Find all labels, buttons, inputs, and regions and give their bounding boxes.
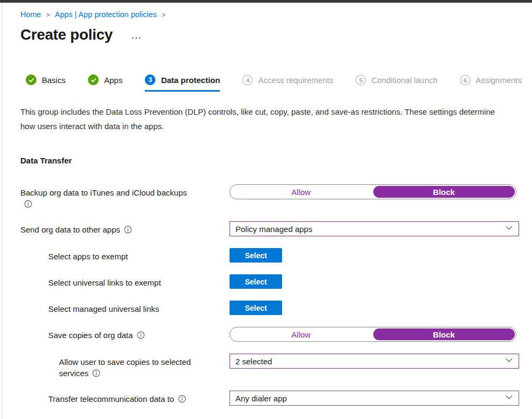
setting-label: Select universal links to exempt: [48, 278, 161, 287]
setting-label: Transfer telecommunication data to: [48, 394, 174, 403]
setting-label-cell: Select managed universal links: [20, 301, 230, 315]
save-copies-services-dropdown[interactable]: 2 selected: [230, 354, 519, 369]
info-icon[interactable]: [92, 369, 100, 377]
section-title-data-transfer: Data Transfer: [20, 156, 532, 165]
setting-row-select-apps-exempt: Select apps to exempt Select: [20, 248, 532, 263]
select-universal-links-exempt-button[interactable]: Select: [230, 274, 282, 289]
setting-row-select-universal-links-exempt: Select universal links to exempt Select: [20, 274, 532, 289]
info-icon[interactable]: [124, 226, 132, 234]
page-title: Create policy: [20, 26, 113, 43]
info-icon[interactable]: [178, 395, 186, 403]
create-policy-page: Home > Apps | App protection policies > …: [2, 3, 532, 419]
step-number-badge: 3: [145, 74, 156, 85]
info-icon[interactable]: [137, 331, 145, 339]
setting-label-cell: Select universal links to exempt: [20, 274, 230, 288]
setting-control-cell: Any dialer app: [230, 391, 519, 406]
step-description: This group includes the Data Loss Preven…: [20, 104, 508, 133]
toggle-allow-button[interactable]: Allow: [230, 327, 372, 341]
setting-control-cell: Select: [230, 248, 519, 263]
tab-apps[interactable]: Apps: [88, 74, 122, 92]
setting-row-send-org-data: Send org data to other apps Policy manag…: [20, 221, 532, 236]
dropdown-value: Policy managed apps: [235, 225, 312, 234]
setting-label-cell: Select apps to exempt: [20, 248, 230, 262]
setting-label-cell: Send org data to other apps: [20, 221, 230, 235]
check-icon: [88, 74, 99, 85]
chevron-down-icon: [505, 356, 513, 366]
tab-label: Access requirements: [258, 76, 333, 85]
dropdown-value: Any dialer app: [235, 394, 287, 403]
setting-control-cell: Select: [230, 274, 519, 289]
tab-access-requirements[interactable]: 4 Access requirements: [242, 75, 333, 92]
toggle-allow-button[interactable]: Allow: [230, 185, 372, 199]
send-org-data-dropdown[interactable]: Policy managed apps: [230, 221, 519, 236]
chevron-down-icon: [505, 393, 513, 403]
settings-list: Backup org data to iTunes and iCloud bac…: [20, 184, 532, 406]
setting-row-save-copies: Save copies of org data Allow Block: [20, 327, 532, 342]
save-copies-toggle: Allow Block: [230, 327, 516, 342]
more-menu-button[interactable]: …: [131, 32, 142, 38]
toggle-block-button[interactable]: Block: [373, 328, 515, 340]
backup-itunes-toggle: Allow Block: [230, 184, 516, 199]
check-icon: [26, 74, 36, 85]
tab-label: Data protection: [161, 76, 220, 85]
setting-control-cell: Select: [230, 301, 519, 315]
setting-row-save-copies-services: Allow user to save copies to selected se…: [20, 354, 532, 379]
tab-label: Apps: [104, 76, 122, 85]
setting-control-cell: Policy managed apps: [230, 221, 519, 236]
setting-label: Select managed universal links: [48, 304, 159, 313]
tab-basics[interactable]: Basics: [26, 74, 65, 92]
info-icon[interactable]: [24, 200, 32, 208]
breadcrumb: Home > Apps | App protection policies >: [20, 10, 532, 19]
tab-label: Basics: [42, 76, 65, 85]
setting-label: Backup org data to iTunes and iCloud bac…: [20, 188, 187, 197]
breadcrumb-link-home[interactable]: Home: [20, 10, 41, 19]
setting-label: Allow user to save copies to selected se…: [59, 357, 191, 378]
tab-data-protection[interactable]: 3 Data protection: [145, 74, 220, 92]
transfer-telecom-dropdown[interactable]: Any dialer app: [230, 391, 519, 406]
setting-label-cell: Allow user to save copies to selected se…: [20, 354, 230, 379]
breadcrumb-separator-icon: >: [46, 11, 50, 19]
setting-label: Save copies of org data: [48, 331, 133, 340]
setting-label: Send org data to other apps: [20, 225, 120, 234]
step-number-badge: 6: [460, 75, 470, 85]
wizard-steps: Basics Apps 3 Data protection 4 Access r…: [20, 74, 532, 92]
breadcrumb-link-app-protection-policies[interactable]: Apps | App protection policies: [55, 10, 157, 19]
setting-control-cell: Allow Block: [230, 327, 519, 342]
setting-label-cell: Save copies of org data: [20, 327, 230, 341]
setting-row-backup-itunes-icloud: Backup org data to iTunes and iCloud bac…: [20, 184, 532, 209]
select-managed-universal-links-button[interactable]: Select: [230, 301, 282, 315]
title-row: Create policy …: [20, 26, 532, 43]
select-apps-exempt-button[interactable]: Select: [230, 248, 282, 263]
chevron-down-icon: [505, 224, 513, 234]
step-number-badge: 5: [356, 75, 366, 85]
setting-label-cell: Backup org data to iTunes and iCloud bac…: [20, 184, 197, 209]
setting-label-cell: Transfer telecommunication data to: [20, 391, 230, 405]
setting-control-cell: 2 selected: [230, 354, 519, 369]
setting-control-cell: Allow Block: [230, 184, 519, 199]
breadcrumb-separator-icon: >: [161, 11, 166, 19]
dropdown-value: 2 selected: [235, 357, 272, 366]
setting-row-transfer-telecom: Transfer telecommunication data to Any d…: [20, 391, 532, 406]
toggle-block-button[interactable]: Block: [373, 186, 515, 198]
step-number-badge: 4: [242, 75, 253, 85]
setting-label: Select apps to exempt: [48, 252, 128, 261]
tab-label: Assignments: [476, 76, 522, 85]
tab-conditional-launch[interactable]: 5 Conditional launch: [356, 75, 437, 92]
tab-assignments[interactable]: 6 Assignments: [460, 75, 522, 92]
setting-row-select-managed-universal-links: Select managed universal links Select: [20, 301, 532, 315]
tab-label: Conditional launch: [371, 76, 437, 85]
